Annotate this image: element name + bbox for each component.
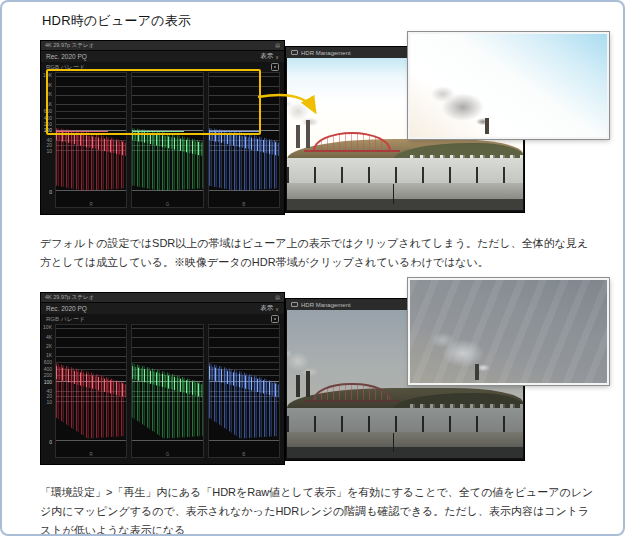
foreground <box>287 447 523 458</box>
axis-tick: 1K <box>46 353 52 358</box>
page-title: HDR時のビューアの表示 <box>42 12 191 30</box>
smokestack <box>296 375 299 397</box>
axis-tick: 10K <box>43 324 52 329</box>
scope-titlebar: 4K 29.97p ステレオ ▤ <box>41 293 284 302</box>
arrow-annotation <box>250 88 365 158</box>
inset-still-bright <box>408 32 609 139</box>
scope-titlebar: 4K 29.97p ステレオ ▤ <box>41 41 284 50</box>
axis-tick: 200 <box>44 372 52 377</box>
axis-tick: 600 <box>44 360 52 365</box>
channel-label-r: R <box>90 452 93 457</box>
scope-colorspace-row: Rec. 2020 PQ 表示 ∨ <box>41 50 284 62</box>
seawall <box>287 183 523 199</box>
caption-default: デフォルトの設定ではSDR以上の帯域はビューア上の表示ではクリップされてしまう。… <box>40 234 598 272</box>
page-container: HDR時のビューアの表示 4K 29.97p ステレオ ▤ Rec. 2020 … <box>0 0 625 536</box>
pole <box>393 433 394 452</box>
nits-axis: 10K 4K 2K 1K 600 400 200 100 40 20 10 0 <box>41 324 54 458</box>
foreground <box>287 199 523 210</box>
colorspace-label: Rec. 2020 PQ <box>46 53 87 60</box>
highlight-rectangle-annotation <box>46 69 261 135</box>
inset-smokestack <box>485 118 489 133</box>
axis-tick: 2K <box>46 344 52 349</box>
figure-hdr-raw: 4K 29.97p ステレオ ▤ Rec. 2020 PQ 表示 ∨ RGB パ… <box>40 292 607 465</box>
chevron-down-icon: ∨ <box>275 306 279 312</box>
axis-tick: 10 <box>46 148 52 153</box>
waveform-blue-channel: B <box>208 324 280 458</box>
scope-mode-label: RGB パレード <box>46 315 85 324</box>
colorspace-label: Rec. 2020 PQ <box>46 305 87 312</box>
chevron-down-icon: ∨ <box>275 54 279 60</box>
smokestack <box>306 371 310 398</box>
monitor-icon <box>291 302 298 307</box>
axis-tick: 10 <box>46 399 52 404</box>
mooring-posts <box>287 416 523 432</box>
scope-settings-icon[interactable] <box>271 63 279 71</box>
scope-window-title: 4K 29.97p ステレオ <box>45 42 94 49</box>
inset-smoke-plume <box>426 329 493 372</box>
waveform-green-channel: G <box>131 324 203 458</box>
pole <box>393 184 394 204</box>
channel-label-r: R <box>90 202 93 207</box>
display-menu-button[interactable]: 表示 ∨ <box>260 52 279 61</box>
scope-colorspace-row: Rec. 2020 PQ 表示 ∨ <box>41 302 284 314</box>
seawall <box>287 432 523 448</box>
smoke-plume <box>287 348 322 378</box>
axis-tick-zero: 0 <box>49 189 52 194</box>
display-menu-button[interactable]: 表示 ∨ <box>260 304 279 313</box>
viewer-window-title: HDR Management <box>301 302 351 308</box>
mooring-posts <box>287 167 523 184</box>
waveform-red-channel: R <box>55 324 127 458</box>
scope-settings-icon[interactable] <box>271 315 279 323</box>
axis-tick-100: 100 <box>44 379 52 384</box>
channel-label-b: B <box>242 202 245 207</box>
window-controls-icon[interactable]: ▤ <box>275 295 280 300</box>
inset-smoke-plume <box>426 83 493 126</box>
axis-tick: 4K <box>46 334 52 339</box>
channel-label-g: G <box>166 452 170 457</box>
bridge-deck <box>304 400 401 402</box>
video-scopes-window: 4K 29.97p ステレオ ▤ Rec. 2020 PQ 表示 ∨ RGB パ… <box>40 292 285 465</box>
inset-still-raw <box>408 278 609 385</box>
channel-label-b: B <box>242 452 245 457</box>
figure-default-clipped: 4K 29.97p ステレオ ▤ Rec. 2020 PQ 表示 ∨ RGB パ… <box>40 40 607 215</box>
scope-mode-row: RGB パレード <box>41 314 284 324</box>
viewer-window-title: HDR Management <box>301 50 351 56</box>
channel-label-g: G <box>166 202 170 207</box>
caption-hdr-raw: 「環境設定」>「再生」内にある「HDRをRaw値として表示」を有効にすることで、… <box>40 483 598 536</box>
monitor-icon <box>291 50 298 55</box>
window-controls-icon[interactable]: ▤ <box>275 43 280 48</box>
inset-smokestack <box>475 364 479 379</box>
scope-window-title: 4K 29.97p ステレオ <box>45 294 94 301</box>
axis-tick-zero: 0 <box>49 439 52 444</box>
waveform-grid: 10K 4K 2K 1K 600 400 200 100 40 20 10 0 <box>41 324 284 458</box>
